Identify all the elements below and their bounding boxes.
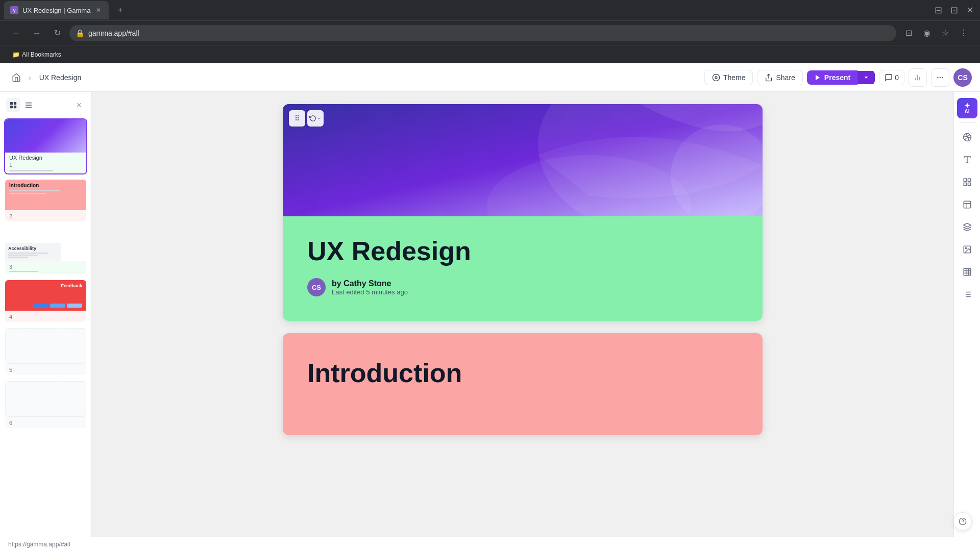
ai-tool-button[interactable]: ✦ AI: [957, 98, 977, 118]
sidebar-header: ✕: [4, 98, 87, 112]
slide-thumbnail-5: [5, 328, 86, 364]
slide-item-4[interactable]: Feedback 4: [4, 279, 87, 323]
slide-thumbnail-3: Accessibility: [5, 228, 86, 261]
status-url: https://gamma.app/#all: [8, 541, 70, 548]
browser-toolbar: ← → ↻ 🔒 gamma.app/#all ⊡ ◉ ☆ ⋮: [0, 20, 980, 45]
slide-num-5: 5: [9, 367, 82, 373]
svg-rect-10: [10, 102, 13, 105]
slide-item-2[interactable]: Introduction 2: [4, 179, 87, 222]
svg-rect-11: [14, 102, 16, 105]
bookmarks-bar-item[interactable]: 📁 All Bookmarks: [8, 49, 65, 60]
analytics-button[interactable]: [909, 68, 927, 87]
layout-tool-button[interactable]: [957, 194, 977, 215]
slide-num-2: 2: [9, 213, 82, 219]
minimize-button[interactable]: ⊟: [933, 3, 944, 18]
share-button[interactable]: Share: [757, 70, 802, 85]
profile-button[interactable]: ◉: [919, 25, 935, 41]
slide-rotate-button[interactable]: [307, 110, 324, 127]
comment-button[interactable]: 0: [879, 70, 904, 85]
main-area: ✕ UX Redesign 1: [0, 92, 980, 537]
slide-bar: [33, 304, 48, 308]
bookmark-button[interactable]: ☆: [937, 25, 953, 41]
breadcrumb-separator: ›: [29, 73, 31, 82]
settings-button[interactable]: ⋮: [955, 25, 972, 41]
slide-num-6: 6: [9, 420, 82, 426]
extensions-button[interactable]: ⊡: [900, 25, 917, 41]
slide-item-3[interactable]: Accessibility 3: [4, 227, 87, 275]
list-view-toggle[interactable]: [21, 98, 36, 112]
present-button[interactable]: Present: [807, 70, 875, 85]
slide-drag-handle[interactable]: ⠿: [289, 110, 305, 127]
slide-thumb-label-3: Accessibility: [8, 246, 58, 251]
window-controls: ⊟ ⊡ ✕: [933, 3, 976, 18]
address-bar[interactable]: 🔒 gamma.app/#all: [69, 25, 896, 41]
tab-close-button[interactable]: ✕: [94, 6, 103, 14]
user-avatar[interactable]: CS: [953, 68, 972, 87]
slide-num-4: 4: [9, 314, 82, 320]
svg-rect-12: [10, 106, 13, 108]
slide-info-3: 3: [5, 261, 86, 274]
slide-item-6[interactable]: 6: [4, 380, 87, 429]
right-sidebar-separator-1: [959, 122, 975, 123]
text-tool-button[interactable]: [957, 149, 977, 170]
svg-point-9: [942, 77, 943, 78]
slide-num-3: 3: [9, 264, 82, 270]
slide-line: [8, 255, 38, 256]
svg-rect-15: [26, 105, 32, 106]
present-main[interactable]: Present: [807, 70, 857, 85]
maximize-button[interactable]: ⊡: [948, 3, 960, 18]
slide-bars-4: [33, 304, 82, 308]
user-initials: CS: [958, 73, 967, 82]
lock-icon: 🔒: [76, 29, 84, 37]
slide-card-2: Introduction: [283, 333, 763, 435]
reload-button[interactable]: ↻: [49, 25, 65, 41]
slide-line: [9, 271, 38, 272]
slide-thumbnail-4: Feedback: [5, 280, 86, 311]
slides-sidebar: ✕ UX Redesign 1: [0, 92, 92, 537]
palette-tool-button[interactable]: [957, 127, 977, 147]
present-dropdown[interactable]: [857, 71, 875, 84]
layers-tool-button[interactable]: [957, 217, 977, 237]
theme-button[interactable]: Theme: [704, 70, 753, 85]
close-sidebar-button[interactable]: ✕: [73, 99, 85, 111]
canvas-area: ⠿: [92, 92, 953, 537]
browser-tab[interactable]: γ UX Redesign | Gamma ✕: [4, 1, 109, 19]
back-button[interactable]: ←: [8, 25, 24, 41]
grid-view-toggle[interactable]: [6, 98, 20, 112]
svg-marker-30: [963, 223, 971, 228]
author-initials: CS: [312, 284, 321, 291]
slide-bar: [50, 304, 65, 308]
slide-item-5[interactable]: 5: [4, 327, 87, 376]
block-tool-button[interactable]: [957, 172, 977, 192]
view-toggles: [6, 98, 36, 112]
data-tool-button[interactable]: [957, 262, 977, 282]
close-button[interactable]: ✕: [964, 3, 976, 18]
tab-favicon: γ: [10, 6, 18, 14]
more-options-button[interactable]: [931, 68, 949, 87]
url-text: gamma.app/#all: [88, 29, 139, 37]
slide-1-hero: [283, 104, 763, 216]
svg-point-8: [940, 77, 941, 78]
author-time: Last edited 5 minutes ago: [332, 288, 408, 296]
svg-point-32: [965, 247, 966, 248]
help-button[interactable]: [953, 512, 972, 531]
slide-item-1[interactable]: UX Redesign 1: [4, 118, 87, 174]
forward-button[interactable]: →: [29, 25, 45, 41]
slide-2-title: Introduction: [307, 358, 738, 388]
slide-info-2: 2: [5, 210, 86, 221]
image-tool-button[interactable]: [957, 239, 977, 260]
slide-line: [8, 257, 28, 258]
breadcrumb-current[interactable]: UX Redesign: [35, 71, 86, 84]
home-button[interactable]: [8, 69, 24, 86]
toolbar-actions: ⊡ ◉ ☆ ⋮: [900, 25, 972, 41]
tab-title: UX Redesign | Gamma: [22, 7, 90, 14]
right-sidebar: ✦ AI: [953, 92, 980, 537]
new-tab-button[interactable]: +: [113, 3, 127, 17]
list-tool-button[interactable]: [957, 284, 977, 305]
slide-2-content: Introduction: [283, 333, 763, 435]
svg-rect-13: [14, 106, 16, 108]
slide-num-1: 1: [9, 162, 82, 168]
theme-label: Theme: [723, 73, 746, 82]
ai-star-icon: ✦: [964, 102, 970, 109]
slide-info-1: UX Redesign 1: [5, 153, 86, 173]
